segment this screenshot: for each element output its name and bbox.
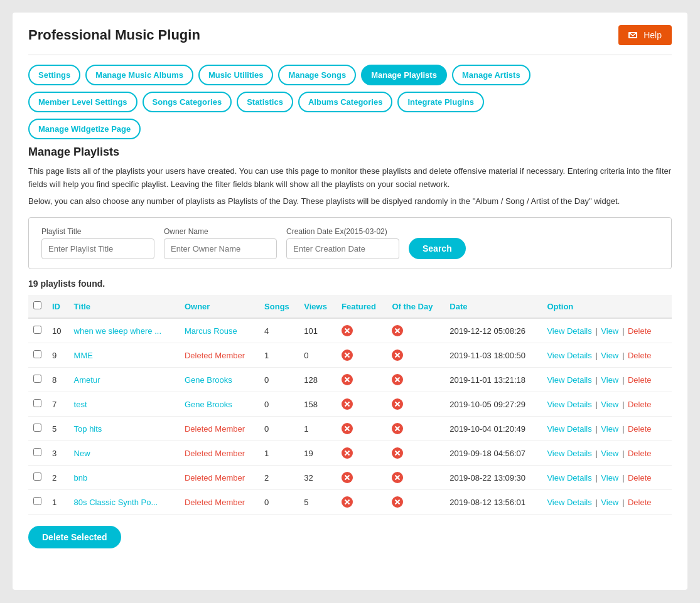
cell-of-the-day[interactable] [387, 318, 444, 343]
view-details-link[interactable]: View Details [547, 326, 591, 336]
of-the-day-x-icon[interactable] [392, 374, 403, 385]
of-the-day-x-icon[interactable] [392, 447, 403, 459]
view-link[interactable]: View [601, 326, 618, 336]
featured-x-icon[interactable] [342, 496, 353, 508]
view-details-link[interactable]: View Details [547, 473, 591, 483]
view-link[interactable]: View [601, 498, 618, 507]
table-row: 2bnbDeleted Member2322019-08-22 13:09:30… [28, 466, 672, 490]
cell-of-the-day[interactable] [387, 466, 444, 490]
view-link[interactable]: View [601, 449, 618, 458]
delete-link[interactable]: Delete [628, 375, 652, 385]
view-details-link[interactable]: View Details [547, 400, 591, 409]
of-the-day-x-icon[interactable] [392, 472, 403, 483]
featured-x-icon[interactable] [342, 423, 353, 434]
cell-title[interactable]: 80s Classic Synth Po... [69, 490, 180, 515]
tab-integrate-plugins[interactable]: Integrate Plugins [397, 92, 483, 112]
featured-x-icon[interactable] [342, 325, 353, 336]
view-link[interactable]: View [601, 400, 618, 409]
cell-title[interactable]: New [69, 441, 180, 466]
delete-selected-button[interactable]: Delete Selected [28, 526, 121, 548]
tab-member-level[interactable]: Member Level Settings [28, 92, 137, 112]
row-checkbox[interactable] [33, 326, 41, 334]
cell-featured[interactable] [337, 490, 387, 515]
cell-featured[interactable] [337, 318, 387, 343]
delete-link[interactable]: Delete [628, 498, 652, 507]
cell-title[interactable]: Top hits [69, 417, 180, 441]
row-checkbox[interactable] [33, 375, 41, 383]
help-button[interactable]: Help [618, 25, 672, 45]
playlist-title-input[interactable] [41, 238, 154, 259]
of-the-day-x-icon[interactable] [392, 398, 403, 410]
cell-title[interactable]: test [69, 392, 180, 417]
row-checkbox[interactable] [33, 448, 41, 456]
featured-x-icon[interactable] [342, 447, 353, 459]
view-link[interactable]: View [601, 375, 618, 385]
row-checkbox[interactable] [33, 424, 41, 432]
of-the-day-x-icon[interactable] [392, 423, 403, 434]
cell-featured[interactable] [337, 466, 387, 490]
cell-of-the-day[interactable] [387, 368, 444, 392]
cell-owner[interactable]: Marcus Rouse [180, 318, 259, 343]
cell-of-the-day[interactable] [387, 343, 444, 368]
cell-views: 158 [299, 392, 337, 417]
cell-owner[interactable]: Gene Brooks [180, 392, 259, 417]
cell-of-the-day[interactable] [387, 392, 444, 417]
of-the-day-x-icon[interactable] [392, 350, 403, 361]
view-details-link[interactable]: View Details [547, 351, 591, 360]
view-details-link[interactable]: View Details [547, 449, 591, 458]
select-all-checkbox[interactable] [33, 301, 41, 309]
row-checkbox[interactable] [33, 399, 41, 407]
cell-title[interactable]: when we sleep where ... [69, 318, 180, 343]
cell-featured[interactable] [337, 392, 387, 417]
tab-manage-albums[interactable]: Manage Music Albums [85, 65, 193, 85]
view-details-link[interactable]: View Details [547, 498, 591, 507]
tab-manage-songs[interactable]: Manage Songs [278, 65, 356, 85]
tab-songs-categories[interactable]: Songs Categories [143, 92, 232, 112]
delete-link[interactable]: Delete [628, 473, 652, 483]
featured-x-icon[interactable] [342, 374, 353, 385]
tab-music-utilities[interactable]: Music Utilities [198, 65, 273, 85]
view-details-link[interactable]: View Details [547, 424, 591, 434]
featured-x-icon[interactable] [342, 472, 353, 483]
table-row: 3NewDeleted Member1192019-09-18 04:56:07… [28, 441, 672, 466]
view-link[interactable]: View [601, 351, 618, 360]
cell-of-the-day[interactable] [387, 441, 444, 466]
row-checkbox[interactable] [33, 497, 41, 505]
sep2: | [621, 449, 628, 458]
owner-name-input[interactable] [164, 238, 277, 259]
row-checkbox[interactable] [33, 350, 41, 358]
view-link[interactable]: View [601, 473, 618, 483]
cell-featured[interactable] [337, 417, 387, 441]
cell-title[interactable]: MME [69, 343, 180, 368]
cell-featured[interactable] [337, 343, 387, 368]
row-checkbox[interactable] [33, 472, 41, 481]
cell-featured[interactable] [337, 368, 387, 392]
featured-x-icon[interactable] [342, 398, 353, 410]
view-link[interactable]: View [601, 424, 618, 434]
search-button[interactable]: Search [409, 238, 466, 259]
tab-manage-artists[interactable]: Manage Artists [452, 65, 530, 85]
cell-of-the-day[interactable] [387, 490, 444, 515]
featured-x-icon[interactable] [342, 350, 353, 361]
cell-owner: Deleted Member [180, 490, 259, 515]
cell-title[interactable]: Ametur [69, 368, 180, 392]
tab-albums-categories[interactable]: Albums Categories [298, 92, 392, 112]
cell-option: View Details | View | Delete [542, 343, 672, 368]
tab-settings[interactable]: Settings [28, 65, 80, 85]
cell-featured[interactable] [337, 441, 387, 466]
delete-link[interactable]: Delete [628, 449, 652, 458]
cell-title[interactable]: bnb [69, 466, 180, 490]
delete-link[interactable]: Delete [628, 400, 652, 409]
tab-manage-widgetize[interactable]: Manage Widgetize Page [28, 119, 141, 139]
view-details-link[interactable]: View Details [547, 375, 591, 385]
of-the-day-x-icon[interactable] [392, 325, 403, 336]
creation-date-input[interactable] [286, 238, 399, 259]
delete-link[interactable]: Delete [628, 326, 652, 336]
tab-manage-playlists[interactable]: Manage Playlists [361, 65, 447, 85]
of-the-day-x-icon[interactable] [392, 496, 403, 508]
tab-statistics[interactable]: Statistics [237, 92, 293, 112]
delete-link[interactable]: Delete [628, 424, 652, 434]
cell-owner[interactable]: Gene Brooks [180, 368, 259, 392]
delete-link[interactable]: Delete [628, 351, 652, 360]
cell-of-the-day[interactable] [387, 417, 444, 441]
